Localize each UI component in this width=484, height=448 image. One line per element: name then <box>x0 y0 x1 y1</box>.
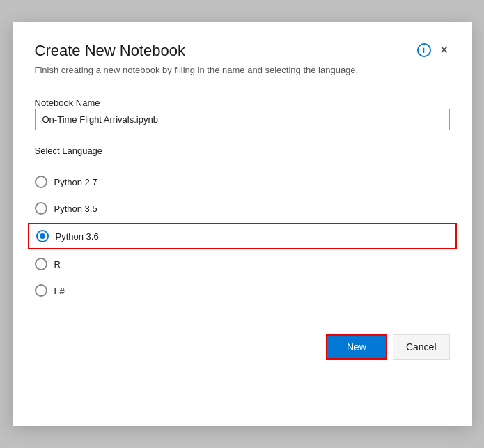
radio-r[interactable] <box>35 258 47 270</box>
radio-item-python35[interactable]: Python 3.5 <box>35 195 450 222</box>
header-icons: i ✕ <box>417 43 450 57</box>
radio-python27[interactable] <box>35 176 47 188</box>
radio-python36[interactable] <box>36 230 49 242</box>
radio-label-python36: Python 3.6 <box>56 231 99 242</box>
language-radio-group: Python 2.7 Python 3.5 Python 3.6 R F# <box>35 169 450 304</box>
info-icon[interactable]: i <box>417 43 431 57</box>
radio-item-python27[interactable]: Python 2.7 <box>35 169 450 195</box>
radio-label-python27: Python 2.7 <box>54 177 97 187</box>
notebook-name-label: Notebook Name <box>35 98 100 108</box>
dialog-header: Create New Notebook i ✕ <box>35 42 450 60</box>
radio-item-python36[interactable]: Python 3.6 <box>28 223 457 249</box>
radio-python35[interactable] <box>35 202 47 215</box>
dialog-title: Create New Notebook <box>35 42 185 60</box>
radio-label-python35: Python 3.5 <box>54 203 97 214</box>
dialog-subtitle: Finish creating a new notebook by fillin… <box>35 64 450 77</box>
close-icon[interactable]: ✕ <box>438 43 450 57</box>
radio-label-r: R <box>54 259 61 270</box>
radio-label-fsharp: F# <box>54 286 65 296</box>
cancel-button[interactable]: Cancel <box>393 334 450 360</box>
notebook-name-input[interactable] <box>35 109 450 130</box>
radio-item-r[interactable]: R <box>35 251 450 277</box>
new-button[interactable]: New <box>326 334 387 360</box>
create-notebook-dialog: Create New Notebook i ✕ Finish creating … <box>13 22 472 426</box>
dialog-footer: New Cancel <box>35 323 450 360</box>
dialog-overlay: Create New Notebook i ✕ Finish creating … <box>0 0 484 448</box>
radio-item-fsharp[interactable]: F# <box>35 277 450 304</box>
radio-fsharp[interactable] <box>35 284 47 297</box>
select-language-label: Select Language <box>35 146 450 156</box>
